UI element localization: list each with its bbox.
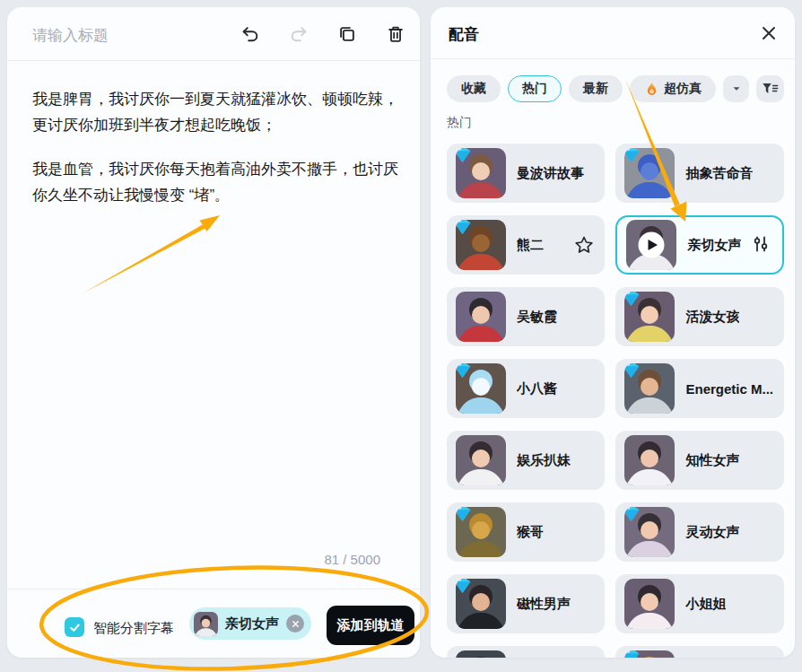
more-filters-dropdown[interactable] — [723, 75, 749, 102]
voice-name: 吴敏霞 — [517, 309, 557, 326]
voice-name: 磁性男声 — [517, 596, 571, 613]
tab-favorites[interactable]: 收藏 — [447, 75, 501, 102]
diamond-icon — [456, 579, 472, 594]
script-paragraph: 我是脾胃，我讨厌你一到夏天就猛灌冰饮、顿顿吃辣，更讨厌你加班到半夜才想起吃晚饭； — [32, 86, 404, 138]
panel-title: 配音 — [449, 24, 479, 45]
filter-button[interactable] — [756, 75, 784, 102]
divider — [7, 589, 420, 589]
voice-card[interactable]: 灵动女声 — [615, 502, 784, 562]
voiceover-panel: 配音 收藏 热门 最新 超仿真 — [431, 7, 795, 658]
voice-name: 熊二 — [517, 237, 544, 254]
voice-card[interactable]: 活泼女孩 — [615, 287, 784, 346]
flame-icon — [644, 82, 659, 97]
voice-card[interactable]: 曼波讲故事 — [447, 144, 605, 203]
add-to-track-button[interactable]: 添加到轨道 — [327, 606, 414, 645]
voice-avatar — [624, 363, 675, 414]
tab-ultra-realistic-label: 超仿真 — [664, 81, 702, 97]
voice-name: 小八酱 — [517, 380, 557, 397]
smart-split-label: 智能分割字幕 — [93, 620, 174, 637]
voice-avatar — [624, 650, 675, 658]
diamond-icon — [456, 507, 472, 522]
selected-voice-chip[interactable]: 亲切女声 — [189, 607, 311, 640]
diamond-icon — [624, 507, 641, 522]
voice-card[interactable]: 娱乐扒妹 — [447, 431, 605, 490]
voice-name: 娱乐扒妹 — [517, 452, 571, 469]
voice-avatar — [456, 220, 506, 270]
tab-ultra-realistic[interactable]: 超仿真 — [630, 75, 716, 102]
voice-card[interactable]: 小姐姐 — [615, 574, 784, 633]
voice-avatar — [624, 148, 675, 198]
voice-name: Energetic M... — [685, 381, 773, 397]
editor-toolbar — [240, 24, 405, 44]
diamond-icon — [624, 148, 641, 163]
voice-card[interactable]: Energetic M... — [615, 359, 784, 418]
diamond-icon — [624, 292, 641, 307]
voice-name: 抽象苦命音 — [685, 165, 753, 182]
voice-card[interactable]: 吴敏霞 — [447, 287, 605, 346]
chip-voice-name: 亲切女声 — [225, 615, 279, 633]
title-row: 请输入标题 — [7, 7, 420, 61]
voice-name: 知性女声 — [685, 452, 739, 469]
diamond-icon — [456, 148, 472, 163]
voice-avatar — [626, 220, 676, 270]
smart-split-checkbox[interactable] — [65, 617, 84, 637]
voice-card[interactable]: 猴哥 — [447, 502, 605, 562]
voice-card[interactable]: 熊二 — [447, 215, 605, 275]
voice-avatar — [456, 650, 506, 658]
voice-card[interactable] — [447, 646, 605, 658]
voice-card[interactable]: 磁性男声 — [447, 574, 605, 633]
remove-voice-icon[interactable] — [286, 615, 304, 633]
voice-avatar — [624, 579, 675, 629]
diamond-icon — [456, 220, 472, 235]
close-icon[interactable] — [759, 23, 779, 43]
voice-avatar — [624, 435, 675, 485]
voice-name: 曼波讲故事 — [517, 165, 584, 182]
voice-avatar — [456, 148, 506, 198]
voice-avatar — [624, 507, 675, 557]
favorite-star-icon[interactable] — [574, 235, 594, 255]
voice-avatar — [624, 292, 675, 342]
voice-grid: 曼波讲故事 — [447, 144, 784, 658]
voice-card[interactable]: 亲切女声 — [615, 215, 784, 275]
editor-panel: 请输入标题 我 — [7, 7, 420, 658]
voice-name: 灵动女声 — [685, 524, 739, 541]
play-icon[interactable] — [638, 231, 665, 258]
filter-chip-row: 收藏 热门 最新 超仿真 — [447, 75, 784, 102]
voice-card[interactable]: 小八酱 — [447, 359, 605, 418]
script-paragraph: 我是血管，我讨厌你每天抱着高油外卖不撒手，也讨厌你久坐不动让我慢慢变 “堵”。 — [32, 156, 404, 208]
voice-name: 小姐姐 — [685, 596, 726, 613]
diamond-icon — [624, 363, 641, 379]
chevron-down-icon — [730, 83, 743, 95]
voice-name: 活泼女孩 — [685, 309, 739, 326]
char-counter: 81 / 5000 — [324, 552, 380, 567]
chip-avatar — [194, 612, 218, 636]
voice-avatar — [456, 363, 506, 414]
voice-card[interactable]: 抽象苦命音 — [615, 144, 784, 203]
title-input[interactable]: 请输入标题 — [32, 25, 109, 46]
voice-name: 亲切女声 — [687, 237, 741, 254]
diamond-icon — [624, 650, 641, 658]
voice-avatar — [456, 579, 506, 629]
panel-header: 配音 — [431, 7, 795, 59]
duplicate-icon[interactable] — [337, 24, 357, 44]
tab-hot[interactable]: 热门 — [508, 75, 562, 102]
voice-avatar — [456, 292, 506, 342]
diamond-icon — [456, 363, 472, 379]
filter-funnel-icon — [762, 82, 779, 96]
voice-name: 猴哥 — [517, 524, 544, 541]
script-text-area[interactable]: 我是脾胃，我讨厌你一到夏天就猛灌冰饮、顿顿吃辣，更讨厌你加班到半夜才想起吃晚饭；… — [32, 86, 404, 226]
voice-settings-icon[interactable] — [752, 235, 771, 255]
voice-avatar — [456, 435, 506, 485]
voice-card[interactable]: 知性女声 — [615, 431, 784, 490]
voice-avatar — [456, 507, 506, 557]
section-label-hot: 热门 — [447, 115, 472, 131]
redo-icon[interactable] — [289, 24, 309, 44]
tab-newest[interactable]: 最新 — [569, 75, 623, 102]
voice-card[interactable] — [615, 646, 784, 658]
undo-icon[interactable] — [240, 24, 260, 44]
trash-icon[interactable] — [386, 24, 405, 44]
